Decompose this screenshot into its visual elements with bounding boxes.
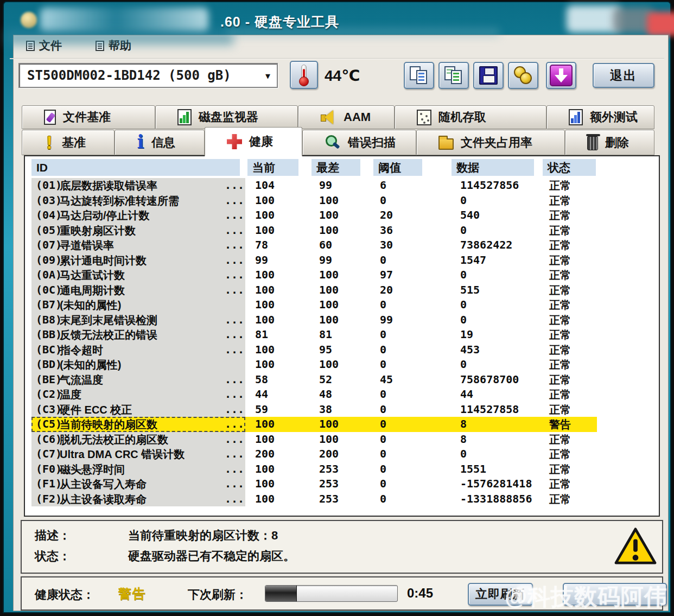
exit-button[interactable]: 退出 [593,63,654,88]
cell-status: 正常 [549,358,571,372]
cell-threshold: 20 [380,208,393,221]
temperature-button[interactable] [290,61,318,89]
table-row[interactable]: (C3)硬件 ECC 校正...59380114527858正常 [31,402,597,417]
cell-threshold: 0 [380,298,386,311]
drive-selector-dropdown[interactable]: ST500DM002-1BD142 (500 gB) ▼ [18,63,278,88]
table-row[interactable]: (09)累计通电时间计数...999901547正常 [31,253,597,268]
disk-monitor-icon [177,109,192,125]
close-button-blur[interactable] [647,12,674,36]
cell-data: 515 [460,283,480,296]
cell-data: 1551 [460,462,486,475]
tab-label: 删除 [605,135,629,151]
cell-status: 正常 [549,194,571,208]
cell-threshold: 6 [380,179,386,192]
copy-text-button[interactable] [404,62,434,89]
cell-status: 正常 [549,373,571,388]
table-row[interactable]: (C2)温度...4448044正常 [31,387,597,402]
tab-file-benchmark[interactable]: 文件基准 [22,105,155,129]
cell-current: 100 [255,462,275,475]
next-refresh-label: 下次刷新： [188,587,247,603]
column-header[interactable]: ID [31,159,240,176]
cell-current: 104 [255,179,275,192]
cell-worst: 100 [319,358,339,371]
table-row[interactable]: (F1)从主设备写入寿命...1002530-1576281418正常 [31,477,597,492]
tab-exclamation[interactable]: !基准 [22,130,115,155]
cell-status: 正常 [549,328,571,342]
tab-info[interactable]: i信息 [115,130,205,155]
cell-current: 100 [255,194,275,207]
cell-worst: 81 [319,328,332,341]
column-header[interactable]: 阈值 [373,159,422,176]
cell-current: 59 [255,403,268,416]
table-row[interactable]: (BB)反馈无法校正的错误...8181019正常 [31,327,597,342]
tab-speaker[interactable]: AAM [298,105,395,129]
table-row[interactable]: (04)马达启动/停止计数...10010020540正常 [31,208,597,223]
table-row[interactable]: (07)寻道错误率...78603073862422正常 [31,238,597,253]
cell-worst: 253 [319,492,339,505]
table-row[interactable]: (B7)(未知的属性)10010000正常 [31,297,597,313]
tab-error-scan[interactable]: 错误扫描 [302,130,416,155]
column-header[interactable]: 最差 [311,159,360,176]
cell-status: 正常 [549,224,571,238]
table-row[interactable]: (0C)通电周期计数...10010020515正常 [31,283,597,298]
cell-current: 78 [255,238,268,251]
status-label: 状态： [35,548,71,564]
cell-name: 马达旋转到标准转速所需 [60,194,179,208]
menubar-censor-blur [5,30,233,45]
table-row[interactable]: (01)底层数据读取错误率...104996114527856正常 [31,178,597,193]
column-header[interactable]: 状态 [543,159,596,176]
table-row[interactable]: (F0)磁头悬浮时间...10025301551正常 [31,462,597,477]
table-row-warning[interactable]: (C5)当前待映射的扇区数...10010008警告 [31,417,597,432]
registration-button[interactable] [508,62,538,89]
save-button[interactable] [473,62,504,89]
tab-label: 文件夹占用率 [461,135,532,151]
truncation-dots: ... [214,313,244,326]
health-cross-icon [227,134,242,149]
copy-image-button[interactable] [438,62,469,89]
cell-id: (04) [36,208,62,221]
truncation-dots: ... [214,224,244,237]
cell-data: 0 [460,313,467,326]
table-row[interactable]: (C6)脱机无法校正的扇区数...10010008正常 [31,432,597,447]
cell-status: 正常 [549,179,571,193]
refresh-countdown: 0:45 [407,586,433,601]
tab-folder[interactable]: 文件夹占用率 [416,130,565,155]
cell-worst: 38 [319,403,332,416]
cell-id: (BE) [36,373,62,386]
toolbar-separator [10,58,664,59]
cell-status: 正常 [549,462,571,477]
truncation-dots: ... [214,343,244,356]
cell-data: 0 [460,224,467,237]
extra-tests-icon [569,109,583,125]
cell-id: (F1) [36,477,62,490]
cell-worst: 100 [319,298,339,311]
column-header[interactable]: 当前 [247,159,298,176]
table-row[interactable]: (03)马达旋转到标准转速所需...10010000正常 [31,193,597,208]
tab-label: 错误扫描 [348,135,396,151]
table-row[interactable]: (F2)从主设备读取寿命...1002530-1331888856正常 [31,492,597,507]
table-row[interactable]: (BE)气流温度...585245758678700正常 [31,372,597,388]
cell-name: 磁头悬浮时间 [60,462,125,477]
cell-name: (未知的属性) [60,298,121,313]
cell-name: 末尾到末尾错误检测 [60,313,157,328]
column-header[interactable]: 数据 [452,159,534,176]
table-row[interactable]: (C7)Ultra DMA CRC 错误计数...20020000正常 [31,447,597,462]
tab-health-cross[interactable]: 健康 [205,127,302,156]
table-row[interactable]: (BC)指令超时...100950453正常 [31,342,597,358]
tab-trash[interactable]: 删除 [565,130,654,155]
cell-data: 44 [460,388,473,401]
download-button[interactable] [546,62,576,89]
cell-id: (F0) [36,462,62,475]
cell-data: -1331888856 [460,492,532,505]
cell-name: 硬件 ECC 校正 [60,403,132,417]
truncation-dots: ... [214,268,244,281]
tab-extra-tests[interactable]: 额外测试 [546,105,654,129]
table-row[interactable]: (0A)马达重试计数...100100970正常 [31,268,597,283]
table-row[interactable]: (05)重映射扇区计数...100100360正常 [31,223,597,238]
table-row[interactable]: (B8)末尾到末尾错误检测...100100990正常 [31,313,597,328]
cell-status: 警告 [549,417,571,432]
table-row[interactable]: (BD)(未知的属性)10010000正常 [31,357,597,372]
tab-disk-monitor[interactable]: 磁盘监视器 [155,105,298,129]
tab-random-access[interactable]: 随机存取 [395,105,546,129]
cell-name: 从主设备写入寿命 [60,477,147,492]
